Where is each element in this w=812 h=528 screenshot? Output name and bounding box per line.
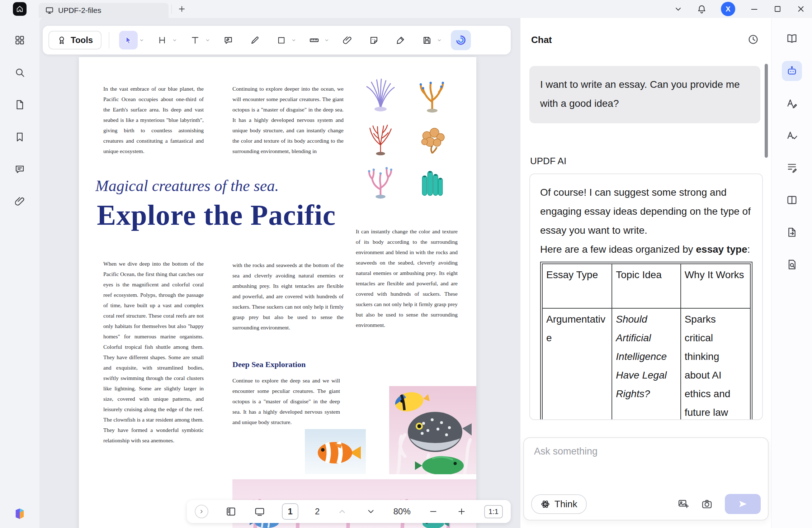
current-page-box[interactable]: 1 xyxy=(282,503,298,520)
previous-page-button[interactable] xyxy=(336,505,348,518)
bookmarks-button[interactable] xyxy=(12,129,28,145)
table-header-why-it-works: Why It Works xyxy=(681,264,750,308)
select-tool[interactable] xyxy=(119,31,138,49)
actual-size-button[interactable]: 1:1 xyxy=(484,505,503,518)
search-button[interactable] xyxy=(12,65,28,80)
next-page-label[interactable]: 2 xyxy=(315,506,320,517)
files-button[interactable] xyxy=(12,97,28,113)
chevron-down-icon xyxy=(437,38,442,43)
comments-button[interactable] xyxy=(12,161,28,177)
pufferfish-image xyxy=(389,386,476,474)
pink-coral-image xyxy=(362,161,400,200)
screenshot-button[interactable] xyxy=(701,498,713,510)
expand-button[interactable] xyxy=(195,505,208,518)
user-avatar[interactable]: X xyxy=(721,2,735,16)
next-page-button[interactable] xyxy=(365,505,377,518)
thumbnail-panel-button[interactable] xyxy=(225,505,237,518)
pdf-page[interactable]: In the vast embrace of our blue planet, … xyxy=(79,57,476,528)
bookmark-icon xyxy=(14,132,25,142)
text-tool-dropdown[interactable] xyxy=(205,38,210,43)
tools-button[interactable]: Tools xyxy=(48,31,102,49)
document-tab[interactable]: UPDF-2-files xyxy=(39,3,169,18)
search-icon xyxy=(14,67,25,78)
comment-tool[interactable] xyxy=(219,32,237,49)
ai-swirl-icon xyxy=(455,34,467,46)
user-message-text: I want to write an essay. Can you provid… xyxy=(540,79,740,109)
send-button[interactable] xyxy=(725,494,761,514)
heading-tool[interactable] xyxy=(154,32,171,49)
think-button[interactable]: Think xyxy=(531,494,587,514)
proofread-button[interactable] xyxy=(782,125,802,146)
new-tab-button[interactable] xyxy=(178,5,186,13)
camera-icon xyxy=(701,498,713,510)
measure-tool[interactable] xyxy=(306,32,323,49)
chat-title: Chat xyxy=(531,34,552,46)
document-workspace: Tools xyxy=(39,18,520,528)
zoom-level[interactable]: 80% xyxy=(393,506,411,517)
notifications-button[interactable] xyxy=(697,4,707,14)
ai-response-line1: Of course! I can suggest some strong and… xyxy=(540,183,752,240)
save-tool-dropdown[interactable] xyxy=(437,38,442,43)
badge-icon xyxy=(57,35,66,45)
export-button[interactable] xyxy=(782,222,802,242)
attachment-tool[interactable] xyxy=(339,32,356,49)
shape-tool-dropdown[interactable] xyxy=(291,38,296,43)
chevron-down-icon xyxy=(366,507,376,516)
close-icon xyxy=(796,4,806,14)
close-button[interactable] xyxy=(796,4,806,14)
user-message-bubble: I want to write an essay. Can you provid… xyxy=(529,66,760,123)
maximize-button[interactable] xyxy=(773,5,782,13)
zoom-out-button[interactable] xyxy=(427,505,439,518)
reading-mode-button[interactable] xyxy=(254,505,266,518)
minimize-icon xyxy=(750,4,759,14)
search-doc-button[interactable] xyxy=(782,255,802,275)
pdf-title: Explore the Pacific xyxy=(97,199,336,232)
table-cell-why-it-works: Sparks critical thinking about AI ethics… xyxy=(681,308,750,420)
split-pane-icon xyxy=(786,194,798,206)
home-button[interactable] xyxy=(13,2,27,16)
attachments-button[interactable] xyxy=(12,194,28,209)
select-tool-dropdown[interactable] xyxy=(139,38,144,43)
signature-tool[interactable] xyxy=(392,32,409,49)
apps-button[interactable] xyxy=(12,32,28,48)
minimize-button[interactable] xyxy=(750,4,759,14)
chat-input[interactable] xyxy=(534,446,756,457)
chevron-down-icon xyxy=(291,38,296,43)
ai-sidebar-button[interactable] xyxy=(782,61,802,81)
file-icon xyxy=(14,99,25,110)
save-icon xyxy=(422,35,432,45)
translate-button[interactable] xyxy=(782,93,802,113)
maximize-icon xyxy=(773,5,782,13)
chat-panel: Chat I want to write an essay. Can you p… xyxy=(520,18,771,528)
highlighter-tool[interactable] xyxy=(246,32,263,49)
sticker-tool[interactable] xyxy=(365,32,382,49)
coral-image-grid xyxy=(362,75,451,201)
form-button[interactable] xyxy=(782,158,802,178)
pdf-paragraph-1: In the vast embrace of our blue planet, … xyxy=(103,84,204,156)
save-tool[interactable] xyxy=(418,32,435,49)
chevron-up-icon xyxy=(337,507,347,516)
insert-image-button[interactable] xyxy=(678,498,689,510)
cursor-icon xyxy=(124,35,133,45)
shape-tool[interactable] xyxy=(273,32,290,49)
comment-pencil-icon xyxy=(223,35,233,45)
collapse-button[interactable] xyxy=(674,5,683,13)
actual-size-label: 1:1 xyxy=(488,508,499,515)
text-tool[interactable] xyxy=(187,32,204,49)
paperclip-icon xyxy=(14,196,25,207)
chat-scrollbar[interactable] xyxy=(765,64,768,158)
chat-history-button[interactable] xyxy=(747,34,759,45)
minus-icon xyxy=(429,507,438,516)
screen-icon xyxy=(254,506,265,517)
zoom-in-button[interactable] xyxy=(455,505,468,518)
essay-table-wrapper: Essay Type Topic Idea Why It Works Argum… xyxy=(540,262,752,420)
heading-tool-dropdown[interactable] xyxy=(172,38,177,43)
split-view-button[interactable] xyxy=(782,190,802,210)
pdf-paragraph-3: It can instantly change the color and te… xyxy=(356,226,458,330)
signature-pen-icon xyxy=(396,35,405,45)
reader-mode-button[interactable] xyxy=(782,29,802,49)
measure-tool-dropdown[interactable] xyxy=(324,38,329,43)
ai-line2-bold: essay type xyxy=(696,244,747,255)
ai-assistant-button[interactable] xyxy=(451,30,471,50)
purple-anemone-image xyxy=(362,75,400,114)
